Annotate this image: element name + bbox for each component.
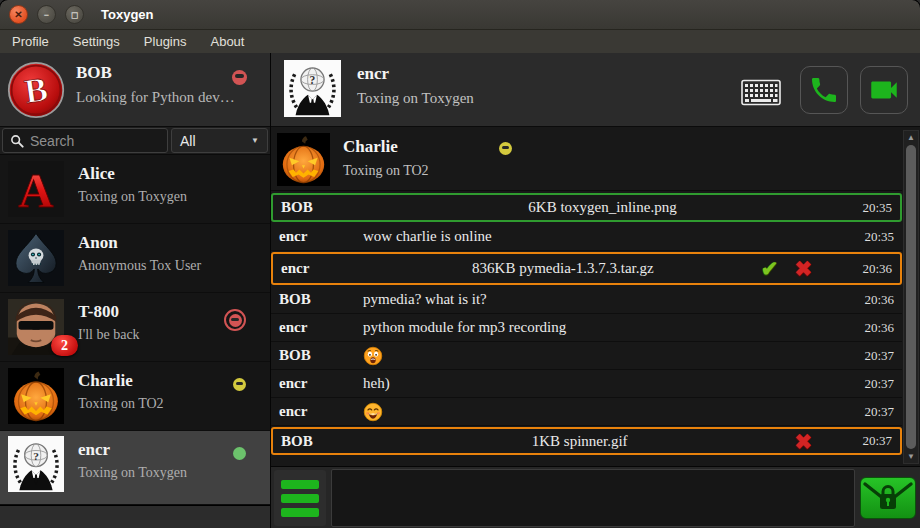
header: BOB Looking for Python dev… encr Toxing … (0, 53, 920, 127)
message-sender: encr (281, 260, 365, 277)
message-row: BOB pymedia? what is it? 20:36 (271, 286, 902, 314)
contact-list: Alice Toxing on Toxygen Anon Anonymous T… (0, 155, 270, 528)
chat-peer-card-charlie[interactable]: Charlie Toxing on TO2 (271, 133, 902, 191)
contact-name: T-800 (78, 302, 119, 322)
contact-row-t800[interactable]: T-800 I'll be back 2 (0, 293, 270, 362)
message-sender: BOB (279, 347, 363, 364)
left-panel-footer (0, 505, 270, 528)
skull-spade-avatar (8, 230, 64, 286)
scroll-down-arrow-icon[interactable]: ▼ (904, 450, 918, 463)
envelope-lock-icon (861, 478, 915, 518)
audio-call-button[interactable] (800, 66, 848, 114)
file-name: 1KB spinner.gif (365, 433, 794, 450)
menu-about[interactable]: About (198, 32, 256, 51)
smileys-menu-button[interactable] (274, 470, 326, 526)
accept-file-icon[interactable]: ✔ (761, 258, 779, 279)
contact-row-anon[interactable]: Anon Anonymous Tox User (0, 224, 270, 293)
message-sender: BOB (281, 199, 365, 216)
decline-file-icon[interactable]: ✖ (794, 431, 812, 452)
message-sender: BOB (279, 291, 363, 308)
menu-bar-icon (281, 494, 319, 503)
menu-settings[interactable]: Settings (61, 32, 132, 51)
search-box[interactable] (2, 128, 168, 153)
pumpkin-avatar (277, 133, 330, 186)
chat-peer-status-message: Toxing on TO2 (343, 163, 429, 179)
contact-name: encr (78, 440, 110, 460)
smiling-face-emoji-icon (363, 402, 383, 422)
window-close-button[interactable]: ✕ (9, 5, 28, 24)
peer-name: encr (357, 64, 389, 84)
window-title: Toxygen (101, 7, 154, 22)
menu-profile[interactable]: Profile (0, 32, 61, 51)
contact-status-message: Toxing on Toxygen (78, 465, 187, 481)
search-row: All ▼ (0, 127, 270, 155)
message-time: 20:36 (842, 320, 894, 336)
message-composer (271, 466, 920, 528)
message-text: wow charlie is online (363, 228, 842, 245)
window-minimize-button[interactable]: − (37, 5, 56, 24)
menu-bar-icon (281, 480, 319, 489)
message-list: BOB 6KB toxygen_inline.png 20:35 encr wo… (271, 193, 902, 455)
file-name: 6KB toxygen_inline.png (365, 199, 840, 216)
contact-name: Anon (78, 233, 118, 253)
busy-status-icon[interactable] (232, 70, 247, 85)
message-time: 20:37 (842, 348, 894, 364)
chat-peer-name: Charlie (343, 137, 398, 157)
contact-filter-dropdown[interactable]: All ▼ (171, 128, 268, 153)
busy-unread-status-icon (224, 309, 246, 331)
filter-value: All (180, 133, 251, 149)
message-input[interactable] (331, 469, 855, 527)
file-name: 836KB pymedia-1.3.7.3.tar.gz (365, 260, 761, 277)
window-maximize-button[interactable]: ◻ (65, 5, 84, 24)
contact-row-alice[interactable]: Alice Toxing on Toxygen (0, 155, 270, 224)
contact-name: Alice (78, 164, 115, 184)
video-call-button[interactable] (860, 66, 908, 114)
message-text: heh) (363, 375, 842, 392)
online-status-icon (233, 447, 246, 460)
message-sender: encr (279, 228, 363, 245)
toxygen-window: ✕ − ◻ Toxygen Profile Settings Plugins A… (0, 0, 920, 528)
panel-divider (270, 53, 271, 528)
peer-status-message: Toxing on Toxygen (357, 90, 474, 107)
message-sender: encr (279, 375, 363, 392)
peer-avatar-encr[interactable] (284, 60, 341, 117)
message-sender: encr (279, 403, 363, 420)
message-row: encr python module for mp3 recording 20:… (271, 314, 902, 342)
alice-avatar (8, 161, 64, 217)
menubar: Profile Settings Plugins About (0, 30, 920, 53)
decline-file-icon[interactable]: ✖ (794, 258, 812, 279)
unread-count-badge: 2 (51, 335, 78, 356)
contact-row-encr[interactable]: encr Toxing on Toxygen (0, 431, 270, 505)
search-input[interactable] (30, 133, 167, 149)
contact-name: Charlie (78, 371, 133, 391)
video-camera-icon (867, 73, 901, 107)
pumpkin-avatar (8, 368, 64, 424)
contact-status-message: Toxing on Toxygen (78, 189, 187, 205)
maximize-icon: ◻ (71, 10, 78, 20)
file-transfer-row: encr 836KB pymedia-1.3.7.3.tar.gz ✔ ✖ 20… (271, 252, 902, 285)
message-time: 20:35 (840, 200, 892, 216)
menu-plugins[interactable]: Plugins (132, 32, 199, 51)
file-transfer-row: BOB 6KB toxygen_inline.png 20:35 (271, 193, 902, 222)
send-message-button[interactable] (860, 477, 916, 519)
message-time: 20:36 (842, 292, 894, 308)
scared-face-emoji-icon (363, 346, 383, 366)
message-text: pymedia? what is it? (363, 291, 842, 308)
self-name: BOB (76, 63, 112, 83)
contact-status-message: Toxing on TO2 (78, 396, 164, 412)
chat-scrollbar[interactable]: ▲ ▼ (903, 130, 919, 464)
contact-row-charlie[interactable]: Charlie Toxing on TO2 (0, 362, 270, 431)
self-status-message: Looking for Python dev… (76, 89, 235, 106)
message-sender: BOB (281, 433, 365, 450)
self-avatar-bob[interactable] (7, 61, 65, 119)
scrollbar-thumb[interactable] (906, 145, 916, 449)
message-row: BOB 20:37 (271, 342, 902, 370)
away-status-icon (499, 142, 512, 155)
contact-status-message: Anonymous Tox User (78, 258, 201, 274)
search-icon (9, 133, 25, 149)
message-row: encr wow charlie is online 20:35 (271, 223, 902, 251)
away-status-icon (233, 378, 246, 391)
menu-bar-icon (281, 508, 319, 517)
close-icon: ✕ (14, 9, 22, 20)
scroll-up-arrow-icon[interactable]: ▲ (904, 131, 918, 144)
